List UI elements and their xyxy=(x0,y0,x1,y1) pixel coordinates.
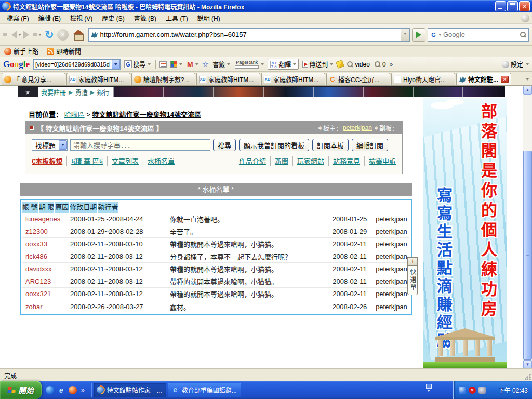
browser-tab[interactable]: 播客CC-全屏... xyxy=(326,73,390,85)
search-category-select[interactable]: 找標題 xyxy=(32,139,68,151)
back-dropdown-icon[interactable] xyxy=(18,34,21,37)
highlighter-icon[interactable] xyxy=(336,60,344,69)
banned-account-link[interactable]: ooxx33 xyxy=(22,240,70,248)
bank-link[interactable]: 銀行 xyxy=(97,88,109,97)
banned-account-link[interactable]: davidxxx xyxy=(22,265,70,273)
menu-item[interactable]: 工具 (T) xyxy=(161,12,193,24)
menu-item[interactable]: 編輯 (E) xyxy=(34,12,65,24)
news-icon[interactable] xyxy=(159,61,167,68)
board-nav-link[interactable]: 水桶名單 xyxy=(143,156,175,166)
reload-icon[interactable]: ↻ xyxy=(45,29,54,41)
board-nav-link[interactable]: 文章列表 xyxy=(107,156,139,166)
back-button[interactable] xyxy=(3,31,21,39)
board-action-button[interactable]: 顯示我曾訂閱的看板 xyxy=(239,139,309,151)
ie-icon[interactable] xyxy=(57,386,65,394)
board-nav-link[interactable]: §精 華 區§ xyxy=(66,156,103,166)
board-nav-link[interactable]: €本板板規 xyxy=(32,156,62,166)
toolbar-overflow-chevron[interactable]: » xyxy=(390,61,393,68)
start-button[interactable]: 開始 xyxy=(0,381,42,399)
toolbar-cube-button[interactable] xyxy=(169,60,183,68)
volume-icon[interactable] xyxy=(478,387,486,394)
pagerank-widget[interactable]: PageRank xyxy=(234,60,265,69)
menu-item[interactable]: 檢視 (V) xyxy=(65,12,97,24)
menu-item[interactable]: 歷史 (S) xyxy=(97,12,129,24)
security-alert-icon[interactable] xyxy=(469,387,476,394)
breadcrumb-section-link[interactable]: 哈啦區 xyxy=(64,111,85,118)
home-icon[interactable] xyxy=(72,30,85,40)
moderator-link[interactable]: peterkjpan xyxy=(343,124,372,131)
scroll-down-button[interactable]: ▼ xyxy=(523,360,532,369)
bookmark-item[interactable]: 新手上路 xyxy=(4,47,38,56)
banned-account-link[interactable]: z12300 xyxy=(22,228,70,235)
tray-app-icon[interactable] xyxy=(459,387,466,394)
translate-button[interactable]: a í7 ä翻譯 xyxy=(268,59,299,70)
all-tabs-dropdown[interactable] xyxy=(523,74,531,84)
banned-account-link[interactable]: ARC123 xyxy=(22,277,70,285)
browser-tab[interactable]: 「 意見分享... xyxy=(2,73,65,85)
scrollbar-thumb[interactable] xyxy=(523,151,532,360)
globe-icon[interactable] xyxy=(46,386,54,394)
minimize-button[interactable] xyxy=(495,1,506,11)
tab-title: 家庭教師HITM... xyxy=(78,75,128,84)
breadcrumb-board-link[interactable]: 特文館駐站作家一廢棄物14號交流區 xyxy=(92,111,201,118)
menu-item[interactable]: 書籤 (B) xyxy=(129,12,161,24)
forward-dropdown-icon[interactable] xyxy=(38,34,42,37)
back-arrow-icon xyxy=(7,31,17,39)
stop-icon[interactable]: ✕ xyxy=(57,29,69,41)
sidebar-ad-banner[interactable]: 部落閣是你的個人練功房 寫寫生活點滴賺經驗 xyxy=(423,98,507,369)
site-nav-link[interactable]: 新聞 xyxy=(270,156,288,166)
menu-item[interactable]: 檔案 (F) xyxy=(2,12,34,24)
avatar-link[interactable]: 勇造 xyxy=(75,88,88,97)
banned-account-link[interactable]: ooxx321 xyxy=(22,290,70,298)
language-bar-widget[interactable] xyxy=(425,384,432,393)
quick-launch-overflow-chevron[interactable]: » xyxy=(81,387,85,394)
google-toolbar-input[interactable] xyxy=(34,61,112,68)
browser-tab[interactable]: 家庭教師HITM... xyxy=(66,73,130,85)
site-nav-link[interactable]: 站務意見 xyxy=(328,156,360,166)
menu-item[interactable]: 說明 (H) xyxy=(193,12,225,24)
url-input[interactable] xyxy=(98,31,401,38)
scroll-up-button[interactable]: ▲ xyxy=(523,86,532,95)
site-nav-link[interactable]: 檢舉申訴 xyxy=(364,156,396,166)
find-word-video[interactable]: video xyxy=(346,60,371,69)
bookmark-star-icon[interactable]: ☆ xyxy=(202,60,209,68)
site-nav-link[interactable]: 玩家網站 xyxy=(292,156,324,166)
settings-label[interactable]: 設定 xyxy=(511,60,523,69)
browser-tab[interactable]: 特文館駐... xyxy=(456,73,511,85)
banned-account-link[interactable]: zohar xyxy=(22,303,70,311)
gmail-button[interactable]: M xyxy=(186,60,200,69)
forward-button[interactable] xyxy=(23,31,42,39)
browser-tab[interactable]: 論壇限制字數?... xyxy=(131,73,195,85)
board-action-button[interactable]: 訂閱本板 xyxy=(312,139,349,151)
sendto-button[interactable]: 傳送到 xyxy=(301,59,334,69)
combo-dropdown-icon[interactable] xyxy=(112,60,120,69)
taskbar-task-button[interactable]: 教育部重編國語辭... xyxy=(168,383,241,397)
quick-menu-label[interactable]: 快選單 xyxy=(407,266,418,295)
close-button[interactable] xyxy=(519,1,530,11)
tab-close-button[interactable] xyxy=(501,76,509,83)
browser-tab[interactable]: Hiyo衝天跑官... xyxy=(391,73,455,85)
banned-account-link[interactable]: rick486 xyxy=(22,252,70,260)
banned-account-link[interactable]: luneagenes xyxy=(22,215,70,223)
site-nav-link[interactable]: 作品介紹 xyxy=(239,156,266,166)
board-action-button[interactable]: 搜尋 xyxy=(213,139,236,151)
board-action-button[interactable]: 編輯訂閱 xyxy=(352,139,388,151)
search-magnifier-icon[interactable] xyxy=(520,32,527,37)
quick-menu-expand-button[interactable]: + xyxy=(407,257,418,266)
bookmark-item[interactable]: 即時新聞 xyxy=(47,47,81,56)
maximize-button[interactable] xyxy=(507,1,518,11)
register-link[interactable]: 我要註冊 xyxy=(41,88,66,97)
resize-grip[interactable] xyxy=(525,374,531,380)
url-history-dropdown[interactable] xyxy=(401,29,409,41)
go-button[interactable] xyxy=(412,28,425,42)
toolbar-bookmarks-button[interactable]: 書籤 xyxy=(211,59,231,69)
board-search-input[interactable] xyxy=(70,139,210,151)
taskbar-clock[interactable]: 下午 02:43 xyxy=(498,385,528,394)
browser-tab[interactable]: 家庭教師HITM... xyxy=(196,73,260,85)
web-search-input[interactable] xyxy=(442,31,520,38)
browser-tab[interactable]: 家庭教師HITM... xyxy=(261,73,325,85)
toolbar-search-button[interactable]: G搜尋 xyxy=(123,59,152,69)
taskbar-task-button[interactable]: 特文館駐站作家一... xyxy=(94,383,166,397)
find-word-count[interactable]: 0 xyxy=(374,60,387,69)
firefox-icon[interactable] xyxy=(69,386,77,394)
